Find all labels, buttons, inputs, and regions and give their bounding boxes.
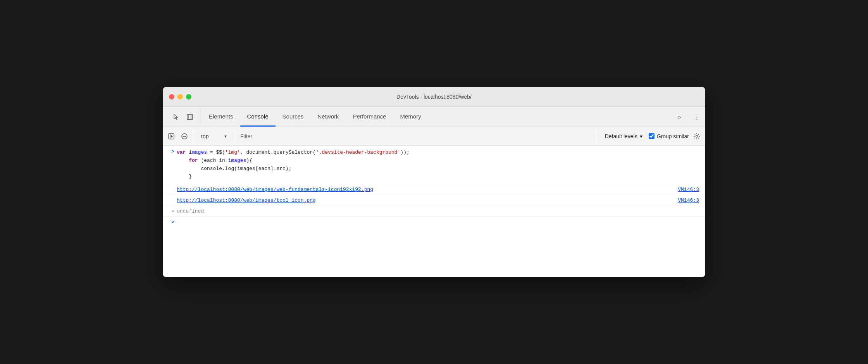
group-similar-checkbox-wrap[interactable]: Group similar [649,133,689,139]
svg-marker-4 [171,135,173,137]
undefined-entry: « undefined [163,206,705,217]
minimize-button[interactable] [177,94,183,100]
tabbar-right: » ⋮ [674,107,702,127]
clear-console-button[interactable] [179,131,190,142]
log-entry-1-url[interactable]: http://localhost:8080/web/images/web-fun… [177,187,678,192]
device-toolbar-icon[interactable] [184,112,195,122]
toolbar-divider-3 [597,131,597,142]
code-line-3: console.log(images[each].src); [177,165,701,173]
prompt-arrow: > [171,149,174,155]
tab-elements[interactable]: Elements [202,107,240,127]
log-entry-1: http://localhost:8080/web/images/web-fun… [163,184,705,195]
devtools-window: DevTools - localhost:8080/web/ Elements [163,87,705,277]
group-similar-checkbox[interactable] [649,133,654,139]
filter-input[interactable] [237,132,593,141]
input-prompt-arrow: > [171,219,174,225]
log-url-1[interactable]: http://localhost:8080/web/images/web-fun… [177,187,373,192]
log-url-2[interactable]: http://localhost:8080/web/images/tool_ic… [177,197,316,203]
more-tabs-button[interactable]: » [674,112,685,122]
levels-button[interactable]: Default levels ▾ [601,132,646,141]
svg-rect-1 [189,114,191,120]
tabbar-divider [688,111,688,123]
tab-console[interactable]: Console [240,107,276,127]
log-meta-2[interactable]: VM146:3 [678,197,705,203]
inspect-element-icon[interactable] [170,112,181,122]
code-line-2: for (each in images){ [177,157,701,165]
close-button[interactable] [169,94,174,100]
tab-performance[interactable]: Performance [346,107,393,127]
code-line-1: var images = $$('img', document.querySel… [177,149,701,157]
tabbar: Elements Console Sources Network Perform… [163,107,705,127]
kw-var-1: var [177,149,189,155]
console-code-entry: > var images = $$('img', document.queryS… [163,146,705,184]
context-select[interactable]: top [198,132,229,141]
undefined-gutter: « [163,208,177,214]
return-arrow: « [171,208,174,214]
titlebar-title: DevTools - localhost:8080/web/ [396,94,472,100]
titlebar: DevTools - localhost:8080/web/ [163,87,705,107]
log-entry-2: http://localhost:8080/web/images/tool_ic… [163,195,705,206]
svg-rect-0 [187,114,193,120]
tab-sources[interactable]: Sources [276,107,311,127]
code-block: var images = $$('img', document.querySel… [177,148,705,182]
window-controls [169,94,191,100]
maximize-button[interactable] [186,94,191,100]
settings-button[interactable] [691,131,702,142]
devtools-menu-button[interactable]: ⋮ [691,112,702,122]
log-entry-2-url[interactable]: http://localhost:8080/web/images/tool_ic… [177,197,678,203]
log-meta-1[interactable]: VM146:3 [678,187,705,192]
toolbar-divider-1 [194,131,194,142]
console-input[interactable] [177,219,705,225]
code-entry-gutter: > [163,148,177,155]
tabbar-icons [166,107,200,127]
code-line-4: } [177,173,701,181]
context-select-wrap: top ▾ [198,132,229,141]
toolbar-divider-2 [233,131,233,142]
console-content: > var images = $$('img', document.queryS… [163,146,705,277]
tab-network[interactable]: Network [311,107,346,127]
console-toolbar: top ▾ Default levels ▾ Group similar [163,127,705,146]
show-console-sidebar-button[interactable] [166,131,177,142]
undefined-text: undefined [177,208,204,214]
svg-point-7 [696,135,698,137]
console-input-row[interactable]: > [163,217,705,227]
tab-memory[interactable]: Memory [393,107,428,127]
var-images: images [189,149,207,155]
input-gutter: > [163,219,177,225]
